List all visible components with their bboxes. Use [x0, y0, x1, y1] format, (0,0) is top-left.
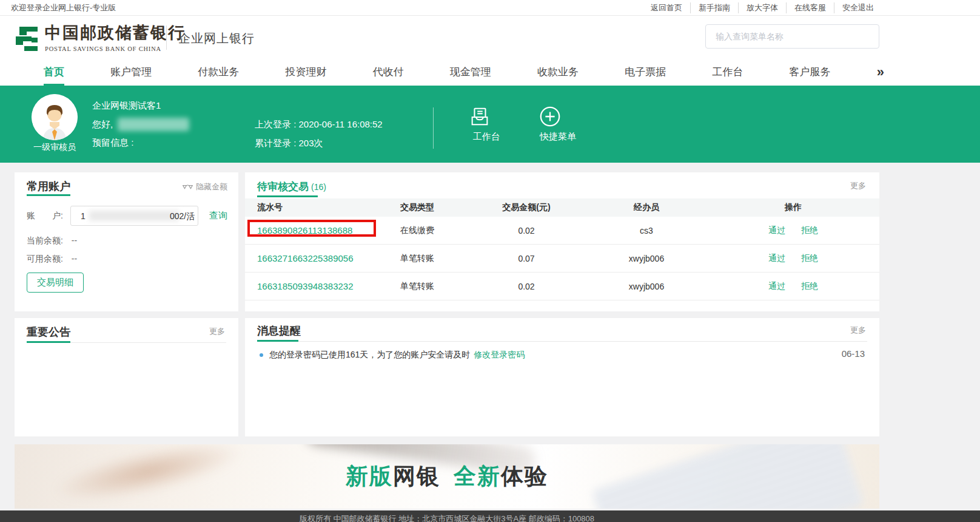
- nav-cash-management[interactable]: 现金管理: [450, 61, 491, 86]
- link-return-home[interactable]: 返回首页: [643, 2, 690, 13]
- top-utility-bar: 欢迎登录企业网上银行-专业版 返回首页 新手指南 放大字体 在线客服 安全退出: [0, 0, 980, 16]
- masked-username: [118, 118, 189, 131]
- pending-count: (16): [311, 182, 326, 192]
- pending-transactions-card: 待审核交易(16) 更多 流水号 交易类型 交易金额(元) 经办员 操作 166…: [245, 172, 879, 311]
- nav-account-management[interactable]: 账户管理: [110, 61, 152, 86]
- header-divider: [166, 25, 167, 50]
- nav-collection-payment[interactable]: 代收付: [373, 61, 404, 86]
- message-more-link[interactable]: 更多: [850, 325, 866, 336]
- txn-amount: 0.02: [479, 282, 574, 291]
- link-enlarge-font[interactable]: 放大字体: [738, 2, 786, 13]
- txn-amount: 0.02: [479, 226, 574, 236]
- approve-link[interactable]: 通过: [768, 281, 785, 292]
- link-online-service[interactable]: 在线客服: [786, 2, 834, 13]
- available-balance-value: --: [72, 254, 77, 263]
- table-body: 1663890826113138688 在线缴费 0.02 cs3 通过 拒绝 …: [245, 217, 879, 300]
- col-operator: 经办员: [574, 202, 719, 213]
- banner-divider: [433, 107, 434, 149]
- quick-menu-label: 快捷菜单: [539, 131, 577, 143]
- main-nav: 首页 账户管理 付款业务 投资理财 代收付 现金管理 收款业务 电子票据 工作台…: [0, 61, 980, 86]
- nav-workbench[interactable]: 工作台: [712, 61, 743, 86]
- message-divider: [257, 341, 867, 342]
- notice-title-underline: [27, 341, 70, 343]
- glasses-icon: [183, 184, 193, 191]
- txn-type: 单笔转账: [400, 253, 479, 264]
- accounts-card-title: 常用账户: [27, 179, 70, 194]
- nav-customer-service[interactable]: 客户服务: [790, 61, 831, 86]
- message-card-title: 消息提醒: [257, 324, 301, 338]
- link-beginner-guide[interactable]: 新手指南: [690, 2, 738, 13]
- txn-operator: xwyjb006: [574, 282, 719, 291]
- table-row: 1663185093948383232 单笔转账 0.02 xwyjb006 通…: [245, 273, 879, 300]
- workbench-label: 工作台: [468, 131, 505, 143]
- reject-link[interactable]: 拒绝: [801, 225, 818, 236]
- workbench-icon: [468, 105, 491, 128]
- approve-link[interactable]: 通过: [768, 253, 785, 264]
- change-password-link[interactable]: 修改登录密码: [474, 350, 525, 361]
- approve-link[interactable]: 通过: [768, 225, 785, 236]
- col-serial: 流水号: [257, 202, 400, 213]
- nav-investment[interactable]: 投资理财: [286, 61, 327, 86]
- product-name: 企业网上银行: [178, 30, 255, 47]
- footer: 版权所有 中国邮政储蓄银行 地址：北京市西城区金融大街3号A座 邮政编码：100…: [0, 510, 980, 522]
- topbar-links: 返回首页 新手指南 放大字体 在线客服 安全退出: [643, 2, 882, 13]
- pending-card-title: 待审核交易(16): [257, 180, 326, 194]
- company-name: 企业网银测试客1: [92, 100, 161, 112]
- bank-name-block: 中国邮政储蓄银行 POSTAL SAVINGS BANK OF CHINA: [45, 22, 186, 52]
- table-row: 1663271663225389056 单笔转账 0.07 xwyjb006 通…: [245, 245, 879, 273]
- welcome-text: 欢迎登录企业网上银行-专业版: [11, 2, 116, 13]
- serial-link[interactable]: 1663890826113138688: [257, 225, 400, 236]
- nav-e-bills[interactable]: 电子票据: [625, 61, 666, 86]
- account-suffix: 002/活: [170, 211, 196, 222]
- promo-slogan: 新版网银全新体验: [15, 444, 879, 492]
- transaction-detail-button[interactable]: 交易明细: [27, 273, 84, 293]
- message-item: 您的登录密码已使用161天，为了您的账户安全请及时 修改登录密码: [257, 350, 867, 361]
- serial-link[interactable]: 1663185093948383232: [257, 281, 400, 291]
- message-reminder-card: 消息提醒 更多 您的登录密码已使用161天，为了您的账户安全请及时 修改登录密码…: [245, 318, 879, 436]
- message-date: 06-13: [842, 348, 865, 359]
- hide-amount-toggle[interactable]: 隐藏金额: [183, 181, 227, 192]
- reserved-info-label: 预留信息 :: [92, 137, 133, 149]
- notice-more-link[interactable]: 更多: [209, 326, 225, 337]
- col-actions: 操作: [719, 202, 867, 213]
- serial-link[interactable]: 1663271663225389056: [257, 253, 400, 263]
- pending-more-link[interactable]: 更多: [850, 180, 866, 191]
- nav-receivables[interactable]: 收款业务: [537, 61, 579, 86]
- row-actions: 通过 拒绝: [719, 281, 867, 292]
- important-notice-card: 重要公告 更多: [15, 318, 238, 436]
- txn-type: 单笔转账: [400, 281, 479, 292]
- quick-menu-shortcut[interactable]: 快捷菜单: [539, 105, 577, 143]
- user-role: 一级审核员: [24, 142, 85, 153]
- txn-type: 在线缴费: [400, 225, 479, 236]
- avatar: [32, 94, 78, 140]
- reject-link[interactable]: 拒绝: [801, 253, 818, 264]
- txn-amount: 0.07: [479, 254, 574, 263]
- account-query-link[interactable]: 查询: [209, 210, 227, 222]
- pending-title-underline: [257, 195, 318, 197]
- common-accounts-card: 常用账户 隐藏金额 账 户: 1 002/活 查询 当前余额: -- 可用余额:…: [15, 172, 238, 311]
- workbench-shortcut[interactable]: 工作台: [468, 105, 505, 143]
- col-type: 交易类型: [400, 202, 479, 213]
- nav-payment[interactable]: 付款业务: [198, 61, 239, 86]
- nav-home[interactable]: 首页: [44, 61, 64, 86]
- available-balance-row: 可用余额: --: [27, 254, 77, 265]
- account-select[interactable]: 1 002/活: [70, 206, 198, 226]
- greeting-row: 您好,: [92, 118, 189, 131]
- table-header: 流水号 交易类型 交易金额(元) 经办员 操作: [245, 198, 879, 217]
- reject-link[interactable]: 拒绝: [801, 281, 818, 292]
- current-balance-value: --: [72, 236, 77, 245]
- link-safe-exit[interactable]: 安全退出: [834, 2, 882, 13]
- nav-more-icon[interactable]: »: [877, 61, 883, 86]
- message-title-underline: [257, 340, 298, 342]
- menu-search-input[interactable]: [705, 24, 879, 49]
- message-text: 您的登录密码已使用161天，为了您的账户安全请及时: [269, 350, 470, 361]
- table-row: 1663890826113138688 在线缴费 0.02 cs3 通过 拒绝: [245, 217, 879, 245]
- row-actions: 通过 拒绝: [719, 253, 867, 264]
- txn-operator: cs3: [574, 226, 719, 236]
- account-prefix: 1: [81, 211, 86, 221]
- greeting-text: 您好,: [92, 119, 113, 130]
- txn-operator: xwyjb006: [574, 254, 719, 263]
- copyright-text: 版权所有 中国邮政储蓄银行 地址：北京市西城区金融大街3号A座 邮政编码：100…: [15, 510, 879, 522]
- promo-banner: 新版网银全新体验: [15, 444, 879, 509]
- account-label: 账 户:: [27, 211, 63, 222]
